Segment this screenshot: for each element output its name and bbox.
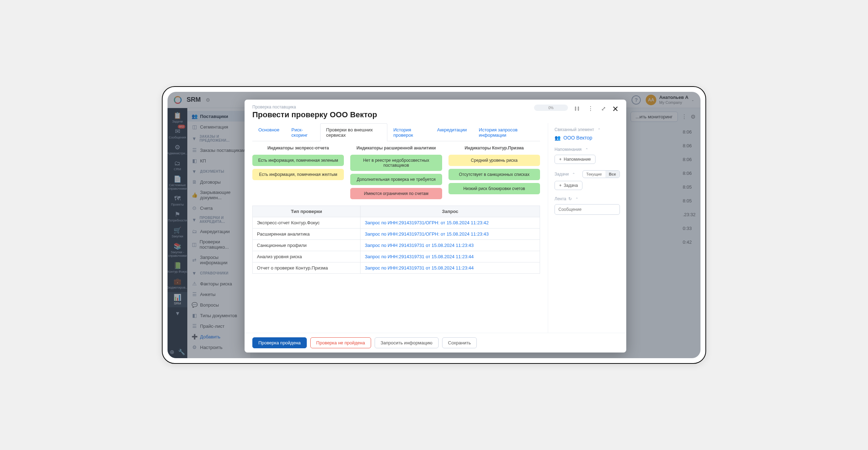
table-header: Тип проверки: [253, 206, 360, 217]
indicator-pill: Есть информация, помеченная желтым: [252, 169, 344, 180]
indicator-pill: Имеются ограничения по счетам: [350, 188, 442, 199]
plus-icon: +: [559, 157, 562, 162]
save-button[interactable]: Сохранить: [442, 337, 477, 348]
indicator-pill: Средний уровень риска: [448, 155, 540, 166]
request-info-button[interactable]: Запросить информацию: [375, 337, 439, 348]
table-row: Санкционные профилиЗапрос по ИНН 2914319…: [253, 240, 540, 251]
tab[interactable]: Риск-скоринг: [286, 123, 320, 141]
request-link[interactable]: Запрос по ИНН:2914319731/ОГРН: от 15.08.…: [360, 217, 540, 229]
indicator-pill: Нет в реестре недобросовестных поставщик…: [350, 155, 442, 171]
tab[interactable]: История проверок: [387, 123, 431, 141]
indicator-pill: Есть информация, помеченная зеленым: [252, 155, 344, 166]
table-row: Отчет о проверке Контур.ПризмаЗапрос по …: [253, 262, 540, 274]
tasks-filter-toggle: Текущие Все: [582, 170, 620, 178]
toggle-current[interactable]: Текущие: [583, 171, 605, 178]
check-type-cell: Экспресс-отчет Контур.Фокус: [253, 217, 360, 229]
indicator-column: Индикаторы экспресс-отчетаЕсть информаци…: [252, 146, 344, 199]
indicator-column: Индикаторы расширенной аналитикиНет в ре…: [350, 146, 442, 199]
indicator-title: Индикаторы расширенной аналитики: [357, 146, 436, 150]
indicator-pill: Низкий риск блокировки счетов: [448, 183, 540, 194]
check-type-cell: Анализ уровня риска: [253, 251, 360, 262]
refresh-icon[interactable]: ↻: [568, 196, 572, 201]
check-failed-button[interactable]: Проверка не пройдена: [310, 337, 371, 348]
request-link[interactable]: Запрос по ИНН:2914319731/ОГРН: от 15.08.…: [360, 229, 540, 240]
check-type-cell: Санкционные профили: [253, 240, 360, 251]
request-link[interactable]: Запрос по ИНН:2914319731 от 15.08.2024 1…: [360, 251, 540, 262]
request-link[interactable]: Запрос по ИНН:2914319731 от 15.08.2024 1…: [360, 262, 540, 274]
feed-message-input[interactable]: [555, 204, 620, 215]
breadcrumb: Проверка поставщика: [252, 105, 529, 109]
tab[interactable]: Проверки во внешних сервисах: [320, 123, 387, 141]
checks-table: Тип проверки Запрос Экспресс-отчет Конту…: [252, 206, 540, 274]
tab[interactable]: Основное: [252, 123, 286, 141]
table-row: Расширенная аналитикаЗапрос по ИНН:29143…: [253, 229, 540, 240]
add-task-button[interactable]: +Задача: [555, 181, 582, 190]
indicator-title: Индикаторы экспресс-отчета: [268, 146, 329, 150]
tab[interactable]: История запросов информации: [473, 123, 540, 141]
add-reminder-button[interactable]: +Напоминание: [555, 155, 596, 164]
modal-tabs: ОсновноеРиск-скорингПроверки во внешних …: [252, 123, 540, 141]
plus-icon: +: [559, 183, 562, 188]
kebab-icon[interactable]: ⋮: [586, 105, 595, 113]
book-icon[interactable]: ⫿⫿: [573, 105, 581, 112]
table-header: Запрос: [360, 206, 540, 217]
modal-footer: Проверка пройдена Проверка не пройдена З…: [245, 333, 626, 353]
linked-section-label[interactable]: Связанный элемент: [555, 127, 620, 132]
close-icon[interactable]: ✕: [612, 105, 618, 114]
linked-element-link[interactable]: 👥 ООО Вектор: [555, 135, 620, 141]
tab[interactable]: Аккредитации: [431, 123, 473, 141]
check-type-cell: Отчет о проверке Контур.Призма: [253, 262, 360, 274]
indicator-column: Индикаторы Контур.ПризмаСредний уровень …: [448, 146, 540, 199]
modal-title: Провести проверку ООО Вектор: [252, 110, 529, 119]
group-icon: 👥: [555, 135, 561, 141]
device-frame: SRM ⚙ ? АА Анатольев А My Company ⌄ 📋Зад…: [162, 86, 706, 364]
indicator-pill: Дополнительная проверка не требуется: [350, 174, 442, 185]
indicator-pill: Отсутствует в санкционных списках: [448, 169, 540, 180]
check-type-cell: Расширенная аналитика: [253, 229, 360, 240]
request-link[interactable]: Запрос по ИНН 2914319731 от 15.08.2024 1…: [360, 240, 540, 251]
table-row: Экспресс-отчет Контур.ФокусЗапрос по ИНН…: [253, 217, 540, 229]
modal-sidebar: Связанный элемент 👥 ООО Вектор Напоминан…: [548, 123, 626, 333]
progress-indicator: 0%: [534, 105, 568, 111]
indicator-title: Индикаторы Контур.Призма: [465, 146, 524, 150]
toggle-all[interactable]: Все: [605, 171, 620, 178]
tasks-section-label[interactable]: Задачи: [555, 172, 575, 177]
feed-section-label[interactable]: Лента↻: [555, 196, 620, 201]
supplier-check-modal: Проверка поставщика Провести проверку ОО…: [245, 100, 626, 353]
table-row: Анализ уровня рискаЗапрос по ИНН:2914319…: [253, 251, 540, 262]
reminders-section-label[interactable]: Напоминания: [555, 147, 620, 152]
check-passed-button[interactable]: Проверка пройдена: [252, 337, 307, 348]
app-viewport: SRM ⚙ ? АА Анатольев А My Company ⌄ 📋Зад…: [168, 92, 700, 358]
expand-icon[interactable]: ⤢: [600, 105, 607, 113]
